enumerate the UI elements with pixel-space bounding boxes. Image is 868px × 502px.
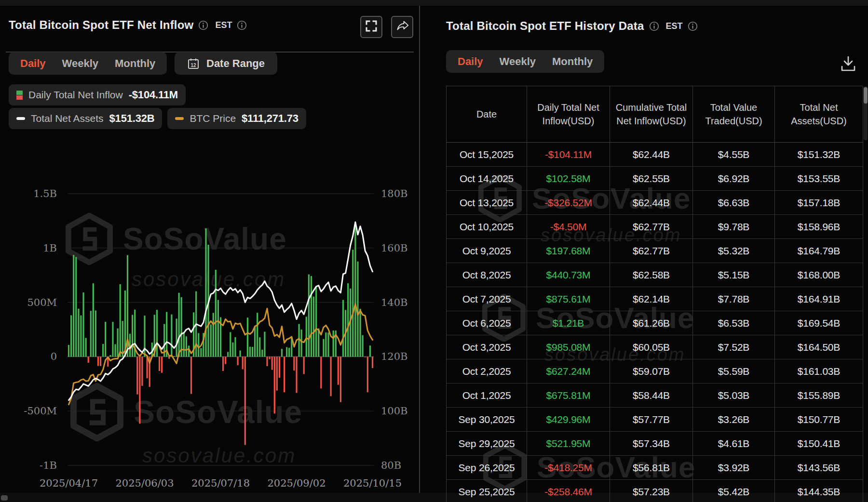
fullscreen-button[interactable] — [360, 16, 382, 38]
date-range-label: Date Range — [206, 57, 265, 70]
svg-text:100B: 100B — [381, 405, 408, 417]
cell-traded: $7.52B — [693, 335, 775, 359]
legend-value: $111,271.73 — [242, 112, 298, 125]
etf-inflow-chart: 1.5B180B1B160B500M140B0120B-500M100B-1B8… — [0, 165, 419, 497]
cell-traded: $5.15B — [693, 263, 775, 287]
cell-assets: $155.89B — [775, 383, 863, 408]
svg-text:2025/09/02: 2025/09/02 — [267, 477, 326, 489]
right-panel-title: Total Bitcoin Spot ETF History Data — [446, 19, 644, 33]
cell-date: Oct 8,2025 — [447, 263, 527, 287]
cell-traded: $3.92B — [693, 456, 775, 480]
cell-cumulative: $56.81B — [610, 456, 693, 480]
svg-text:0: 0 — [51, 351, 57, 362]
info-icon[interactable] — [237, 20, 247, 30]
download-button[interactable] — [838, 53, 859, 76]
legend-label: BTC Price — [190, 113, 236, 124]
tab-weekly[interactable]: Weekly — [500, 55, 536, 68]
cell-inflow: $985.08M — [527, 335, 610, 359]
cell-traded: $9.78B — [693, 215, 775, 239]
cell-traded: $3.26B — [693, 408, 775, 432]
legend-chip-net-inflow[interactable]: Daily Total Net Inflow-$104.11M — [9, 84, 186, 106]
tab-daily[interactable]: Daily — [20, 57, 46, 70]
cell-inflow: -$104.11M — [527, 143, 610, 167]
cell-date: Oct 1,2025 — [447, 383, 527, 408]
table-period-tabs: DailyWeeklyMonthly — [446, 50, 604, 73]
cell-date: Oct 2,2025 — [447, 359, 527, 383]
info-icon[interactable] — [649, 21, 659, 31]
cell-traded: $4.55B — [693, 143, 775, 167]
table-scrollbar[interactable] — [864, 86, 868, 140]
bitcoin-etf-dashboard: Total Bitcoin Spot ETF Net Inflow EST — [0, 0, 868, 502]
legend-value: $151.32B — [109, 112, 155, 125]
cell-inflow: $675.81M — [527, 383, 610, 408]
download-icon — [838, 67, 859, 76]
cell-assets: $151.32B — [775, 143, 863, 167]
cell-inflow: $429.96M — [527, 408, 610, 432]
legend-row: Daily Total Net Inflow-$104.11M — [9, 84, 186, 106]
share-icon — [395, 19, 409, 35]
cell-date: Oct 9,2025 — [447, 239, 527, 263]
legend-label: Total Net Assets — [31, 113, 104, 124]
table-header-3: Total Value Traded(USD) — [693, 86, 775, 143]
cell-assets: $164.91B — [775, 287, 863, 311]
cell-traded: $5.03B — [693, 383, 775, 408]
calendar-icon: 12 — [187, 57, 200, 70]
cell-cumulative: $62.44B — [610, 191, 693, 215]
cell-cumulative: $60.05B — [610, 335, 693, 359]
svg-text:2025/10/15: 2025/10/15 — [343, 477, 402, 489]
svg-text:2025/07/18: 2025/07/18 — [191, 477, 250, 489]
table-header-0: Date — [447, 86, 527, 143]
cell-cumulative: $57.77B — [610, 408, 693, 432]
legend-label: Daily Total Net Inflow — [28, 89, 123, 101]
svg-text:-500M: -500M — [24, 405, 57, 417]
date-range-button[interactable]: 12 Date Range — [175, 52, 277, 75]
svg-text:1B: 1B — [43, 242, 57, 254]
cell-traded: $6.63B — [693, 191, 775, 215]
top-strip — [0, 0, 868, 6]
cell-assets: $144.35B — [775, 480, 863, 502]
legend-value: -$104.11M — [129, 89, 178, 101]
cell-assets: $150.77B — [775, 408, 863, 432]
cell-inflow: $521.95M — [527, 432, 610, 456]
assets-line-icon — [16, 117, 25, 120]
share-button[interactable] — [391, 16, 413, 38]
cell-traded: $4.61B — [693, 432, 775, 456]
cell-assets: $153.55B — [775, 167, 863, 191]
tab-weekly[interactable]: Weekly — [62, 57, 98, 70]
cell-traded: $6.53B — [693, 311, 775, 335]
cell-date: Oct 15,2025 — [447, 143, 527, 167]
table-header-4: Total Net Assets(USD) — [775, 86, 863, 143]
svg-text:500M: 500M — [27, 297, 57, 308]
cell-assets: $157.18B — [775, 191, 863, 215]
cell-traded: $7.78B — [693, 287, 775, 311]
cell-assets: $143.56B — [775, 456, 863, 480]
cell-assets: $164.79B — [775, 239, 863, 263]
info-icon[interactable] — [688, 21, 698, 31]
cell-inflow: -$4.50M — [527, 215, 610, 239]
cell-traded: $5.32B — [693, 239, 775, 263]
cell-cumulative: $62.44B — [610, 143, 693, 167]
svg-text:1.5B: 1.5B — [33, 188, 57, 199]
svg-text:140B: 140B — [381, 297, 408, 308]
svg-text:180B: 180B — [381, 188, 408, 199]
cell-inflow: $627.24M — [527, 359, 610, 383]
info-icon[interactable] — [198, 20, 208, 30]
legend-chip-btc-price[interactable]: BTC Price$111,271.73 — [167, 108, 306, 129]
expand-icon — [365, 20, 378, 34]
table-header-1: Daily Total Net Inflow(USD) — [527, 86, 610, 143]
timezone-label: EST — [666, 21, 683, 31]
cell-assets: $164.50B — [775, 335, 863, 359]
cell-cumulative: $62.77B — [610, 215, 693, 239]
svg-text:2025/04/17: 2025/04/17 — [40, 477, 98, 489]
tab-monthly[interactable]: Monthly — [552, 55, 593, 68]
scrollbar-thumb[interactable] — [864, 87, 868, 104]
cell-date: Sep 30,2025 — [447, 408, 527, 432]
tab-daily[interactable]: Daily — [458, 55, 483, 68]
cell-assets: $169.54B — [775, 311, 863, 335]
chart-canvas: 1.5B180B1B160B500M140B0120B-500M100B-1B8… — [0, 165, 419, 497]
legend-chip-net-assets[interactable]: Total Net Assets$151.32B — [9, 108, 162, 129]
cell-assets: $168.00B — [775, 263, 863, 287]
cell-traded: $6.92B — [693, 167, 775, 191]
cell-cumulative: $57.34B — [610, 432, 693, 456]
tab-monthly[interactable]: Monthly — [115, 57, 155, 70]
